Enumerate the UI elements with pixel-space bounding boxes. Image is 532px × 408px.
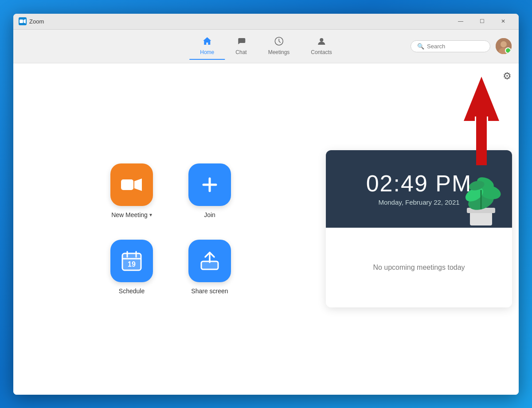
tab-contacts-label: Contacts <box>311 49 332 55</box>
home-icon <box>202 36 212 47</box>
join-button[interactable] <box>188 163 231 206</box>
meetings-icon <box>274 36 284 47</box>
app-logo: Zoom <box>19 17 450 25</box>
user-avatar[interactable] <box>496 38 512 54</box>
svg-point-3 <box>320 38 323 42</box>
join-label: Join <box>204 211 215 218</box>
action-row-2: 19 Schedule <box>110 240 231 295</box>
new-meeting-item[interactable]: New Meeting ▾ <box>110 163 153 218</box>
current-time: 02:49 PM <box>366 172 472 195</box>
action-panel: New Meeting ▾ Join <box>13 63 328 395</box>
search-input[interactable] <box>427 43 480 50</box>
calendar-body: No upcoming meetings today <box>326 228 512 307</box>
nav-right: 🔍 <box>411 38 512 54</box>
tab-chat-label: Chat <box>235 49 246 55</box>
schedule-label: Schedule <box>119 288 145 295</box>
tab-home-label: Home <box>200 49 214 55</box>
join-item[interactable]: Join <box>188 163 231 218</box>
no-meetings-label: No upcoming meetings today <box>373 264 465 272</box>
settings-button[interactable]: ⚙ <box>503 70 512 82</box>
close-button[interactable]: ✕ <box>493 14 513 30</box>
svg-marker-8 <box>464 77 499 121</box>
app-window: Zoom — ☐ ✕ Home <box>13 14 519 395</box>
tab-chat[interactable]: Chat <box>225 33 257 60</box>
current-date: Monday, February 22, 2021 <box>366 198 472 206</box>
schedule-button[interactable]: 19 <box>110 240 153 282</box>
action-row-1: New Meeting ▾ Join <box>110 163 231 218</box>
svg-marker-10 <box>134 179 142 191</box>
schedule-item[interactable]: 19 Schedule <box>110 240 153 295</box>
new-meeting-label: New Meeting ▾ <box>111 211 152 218</box>
svg-point-5 <box>501 41 507 47</box>
new-meeting-button[interactable] <box>110 163 153 206</box>
nav-tabs: Home Chat Meetings <box>189 33 342 60</box>
avatar-image <box>496 38 512 54</box>
tab-meetings[interactable]: Meetings <box>258 33 301 60</box>
time-display: 02:49 PM Monday, February 22, 2021 <box>366 172 472 206</box>
new-meeting-dropdown-arrow[interactable]: ▾ <box>149 212 152 218</box>
share-screen-label: Share screen <box>191 288 228 295</box>
minimize-button[interactable]: — <box>450 14 471 30</box>
navbar: Home Chat Meetings <box>13 30 519 63</box>
calendar-card: 02:49 PM Monday, February 22, 2021 No up… <box>326 150 512 307</box>
tab-home[interactable]: Home <box>189 33 225 60</box>
svg-rect-0 <box>20 19 23 23</box>
svg-rect-7 <box>476 117 487 165</box>
window-controls: — ☐ ✕ <box>450 14 513 30</box>
annotation-arrow <box>464 77 499 167</box>
search-icon: 🔍 <box>417 43 424 50</box>
share-screen-item[interactable]: Share screen <box>188 240 231 295</box>
share-screen-button[interactable] <box>188 240 231 282</box>
search-box[interactable]: 🔍 <box>411 40 490 52</box>
titlebar: Zoom — ☐ ✕ <box>13 14 519 30</box>
main-content: ⚙ <box>13 63 519 395</box>
zoom-icon <box>19 17 27 25</box>
maximize-button[interactable]: ☐ <box>472 14 492 30</box>
app-title: Zoom <box>29 18 44 25</box>
tab-meetings-label: Meetings <box>268 49 290 55</box>
chat-icon <box>236 36 246 47</box>
contacts-icon <box>317 36 326 47</box>
svg-rect-9 <box>121 179 133 190</box>
svg-text:19: 19 <box>128 260 136 268</box>
tab-contacts[interactable]: Contacts <box>300 33 342 60</box>
svg-marker-1 <box>23 19 26 23</box>
